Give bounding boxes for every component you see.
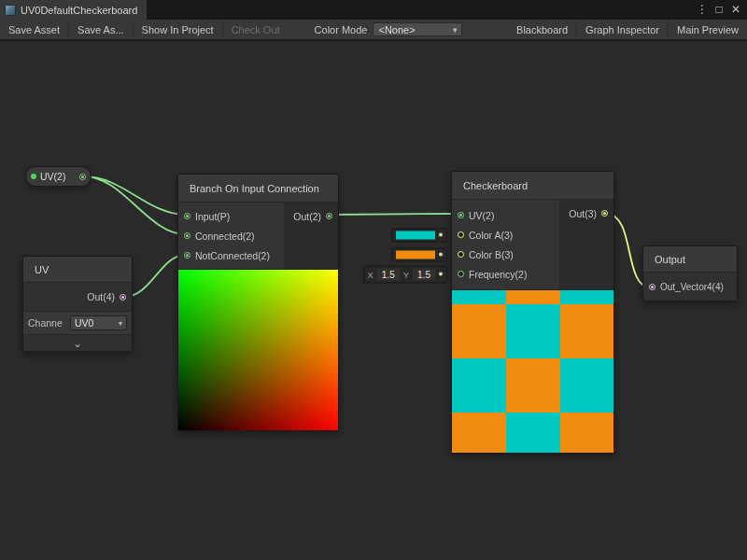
- frequency-label: Frequency(2): [469, 269, 527, 280]
- port-row-color-a: Color A(3): [452, 225, 559, 245]
- toolbar: Save Asset Save As... Show In Project Ch…: [0, 20, 747, 40]
- chevron-down-icon: ▾: [453, 25, 458, 35]
- color-mode-label: Color Mode: [289, 20, 374, 39]
- checkerboard-inputs: UV(2) Color A(3): [452, 200, 559, 289]
- preview-indicator-dot-icon: [31, 174, 36, 179]
- checkerboard-outputs: Out(3): [559, 200, 613, 289]
- checker-cell: [506, 304, 560, 358]
- port-uv-pill-out[interactable]: [79, 174, 86, 180]
- uv-pill-label: UV(2): [40, 171, 76, 182]
- port-input-p[interactable]: [184, 213, 190, 219]
- node-uv[interactable]: UV Out(4) Channe UV0 ▾ ⌄: [22, 256, 133, 352]
- branch-outputs: Out(2): [284, 203, 338, 269]
- node-output[interactable]: Output Out_Vector4(4): [642, 245, 738, 301]
- branch-node-body: Input(P) Connected(2) NotConnected(2) Ou…: [178, 203, 338, 269]
- port-uv-out4[interactable]: [120, 294, 126, 301]
- tab-title: UV0DefaultCheckerboard: [21, 5, 137, 16]
- graph-canvas[interactable]: UV(2) UV Out(4) Channe UV0 ▾ ⌄ Branch On…: [0, 41, 747, 560]
- checkerboard-node-title: Checkerboard: [452, 172, 613, 200]
- checker-cell: [506, 358, 560, 413]
- color-b-swatch[interactable]: [396, 250, 435, 259]
- main-preview-button[interactable]: Main Preview: [668, 20, 747, 39]
- branch-out-label: Out(2): [293, 211, 321, 222]
- port-notconnected[interactable]: [184, 252, 190, 259]
- frequency-x-field[interactable]: 1.5: [377, 268, 400, 280]
- toolbar-spacer: [462, 20, 508, 39]
- port-checker-uv[interactable]: [458, 212, 464, 218]
- port-color-a[interactable]: [458, 231, 464, 238]
- port-row-out-vector4: Out_Vector4(4): [643, 273, 737, 301]
- port-row-frequency: X 1.5 Y 1.5 Frequency(2): [452, 264, 559, 284]
- uv-out-label: Out(4): [87, 291, 115, 302]
- port-row-input-p: Input(P): [178, 206, 284, 226]
- port-connected[interactable]: [184, 232, 190, 239]
- checker-cell: [452, 290, 506, 304]
- port-row-color-b: Color B(3): [452, 245, 559, 264]
- edge-branch-to-checkerboard-uv[interactable]: [330, 214, 459, 215]
- frequency-y-label: Y: [403, 269, 409, 279]
- uv-gradient-preview: [178, 269, 338, 430]
- port-row-checker-uv: UV(2): [452, 205, 559, 225]
- color-b-widget[interactable]: [391, 247, 447, 261]
- kebab-menu-icon[interactable]: ⋮: [695, 0, 710, 20]
- port-branch-out2[interactable]: [326, 213, 332, 219]
- tab-bar: UV0DefaultCheckerboard ⋮ □ ✕: [0, 0, 747, 20]
- checker-cell: [452, 304, 506, 358]
- graph-inspector-button[interactable]: Graph Inspector: [576, 20, 668, 39]
- port-out-vector4[interactable]: [649, 284, 655, 290]
- collapse-preview-chevron[interactable]: ⌄: [23, 334, 132, 351]
- color-a-swatch[interactable]: [396, 231, 435, 239]
- node-uv-pill[interactable]: UV(2): [25, 166, 92, 187]
- branch-node-title: Branch On Input Connection: [178, 175, 338, 203]
- port-row-checker-out: Out(3): [559, 203, 613, 223]
- port-row-notconnected: NotConnected(2): [178, 245, 284, 265]
- output-node-title: Output: [643, 246, 737, 273]
- color-mode-dropdown[interactable]: <None> ▾: [373, 22, 462, 36]
- checker-uv-label: UV(2): [469, 210, 494, 221]
- checker-cell: [560, 413, 613, 453]
- checker-out-label: Out(3): [569, 208, 597, 219]
- uv-channel-label: Channe: [28, 317, 67, 329]
- checker-cell: [560, 304, 613, 358]
- port-frequency[interactable]: [458, 271, 464, 277]
- out-vector4-label: Out_Vector4(4): [660, 282, 724, 292]
- uv-channel-dropdown[interactable]: UV0 ▾: [70, 315, 127, 330]
- node-branch-on-input-connection[interactable]: Branch On Input Connection Input(P) Conn…: [177, 174, 339, 431]
- input-p-label: Input(P): [195, 211, 230, 222]
- widget-connector-dot-icon: [439, 273, 443, 276]
- check-out-button[interactable]: Check Out: [222, 20, 289, 39]
- show-in-project-button[interactable]: Show In Project: [133, 20, 222, 39]
- widget-connector-dot-icon: [439, 253, 443, 257]
- maximize-icon[interactable]: □: [712, 0, 726, 20]
- port-checker-out3[interactable]: [601, 210, 608, 217]
- close-icon[interactable]: ✕: [728, 0, 743, 20]
- color-a-widget[interactable]: [391, 228, 447, 242]
- checker-cell: [506, 290, 560, 304]
- checker-cell: [506, 413, 560, 453]
- color-b-label: Color B(3): [469, 249, 514, 260]
- edge-uvpill-to-input[interactable]: [84, 176, 186, 215]
- port-color-b[interactable]: [458, 251, 464, 258]
- frequency-widget: X 1.5 Y 1.5: [363, 265, 448, 283]
- save-asset-button[interactable]: Save Asset: [0, 20, 68, 39]
- checkerboard-node-body: UV(2) Color A(3): [452, 200, 613, 289]
- shader-graph-window: UV0DefaultCheckerboard ⋮ □ ✕ Save Asset …: [0, 0, 747, 560]
- tab-bar-spacer: [147, 0, 695, 20]
- save-as-button[interactable]: Save As...: [68, 20, 133, 39]
- uv-out-row: Out(4): [23, 283, 132, 311]
- uv-channel-row: Channe UV0 ▾: [23, 311, 132, 334]
- connected-label: Connected(2): [195, 231, 255, 242]
- blackboard-button[interactable]: Blackboard: [508, 20, 576, 39]
- edge-uvpill-to-connected[interactable]: [84, 176, 186, 234]
- tab-uv0defaultcheckerboard[interactable]: UV0DefaultCheckerboard: [0, 0, 147, 20]
- checker-cell: [452, 413, 506, 453]
- checker-cell: [560, 358, 613, 413]
- node-checkerboard[interactable]: Checkerboard UV(2) Color A(3): [451, 171, 614, 454]
- checkerboard-preview: [452, 289, 613, 453]
- frequency-y-field[interactable]: 1.5: [413, 268, 435, 280]
- branch-inputs: Input(P) Connected(2) NotConnected(2): [178, 203, 284, 269]
- port-row-branch-out: Out(2): [284, 206, 338, 226]
- checker-cell: [452, 358, 506, 413]
- color-mode-value: <None>: [378, 24, 415, 35]
- shader-graph-icon: [5, 5, 16, 16]
